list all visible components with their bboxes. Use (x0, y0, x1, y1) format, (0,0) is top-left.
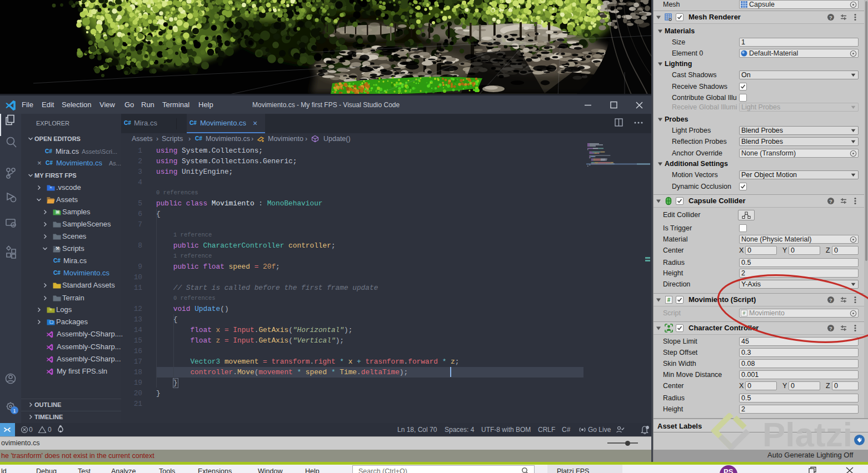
svg-text:Platzi: Platzi (762, 415, 852, 451)
svg-text:1: 1 (13, 408, 16, 414)
svg-text:?: ? (829, 198, 832, 204)
svg-text:?: ? (829, 14, 832, 21)
